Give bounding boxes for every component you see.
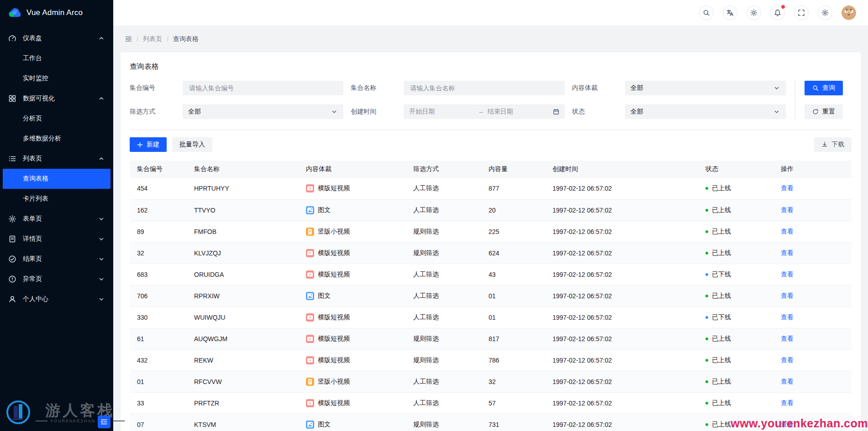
column-header: 操作 <box>773 161 852 178</box>
sidebar-item-detail[interactable]: 详情页 <box>3 229 110 249</box>
view-link[interactable]: 查看 <box>781 184 794 192</box>
breadcrumb-home-icon[interactable] <box>125 36 132 42</box>
image-text-icon <box>306 292 314 300</box>
view-link[interactable]: 查看 <box>781 421 794 428</box>
sidebar-item-result[interactable]: 结果页 <box>3 249 110 269</box>
watermark-logo-icon <box>5 400 31 426</box>
status-select[interactable]: 全部 <box>625 104 786 119</box>
search-icon-button[interactable] <box>699 5 714 20</box>
vertical-video-icon <box>306 378 314 386</box>
table-toolbar: 新建 批量导入 下载 <box>130 137 852 152</box>
view-link[interactable]: 查看 <box>781 292 794 299</box>
view-link[interactable]: 查看 <box>781 313 794 321</box>
status-dot <box>705 380 708 383</box>
sidebar-item-label: 查询表格 <box>23 175 48 183</box>
app-root: Vue Admin Arco 仪表盘工作台实时监控数据可视化分析页多维数据分析列… <box>0 0 868 431</box>
notification-bell-icon-button[interactable] <box>770 5 785 20</box>
column-header: 集合编号 <box>130 161 187 178</box>
status-dot <box>705 359 708 362</box>
table-row: 01RFCVVW竖版小视频人工筛选321997-02-12 06:57:02已上… <box>130 371 852 392</box>
view-link[interactable]: 查看 <box>781 249 794 256</box>
view-link[interactable]: 查看 <box>781 228 794 235</box>
cell-status: 已上线 <box>705 249 773 257</box>
view-link[interactable]: 查看 <box>781 399 794 406</box>
view-link[interactable]: 查看 <box>781 356 794 363</box>
cell-genre: 横版短视频 <box>306 399 406 407</box>
cell-collection-name: HPRTUHYY <box>187 178 299 199</box>
view-link[interactable]: 查看 <box>781 335 794 342</box>
sidebar-item-dashboard[interactable]: 仪表盘 <box>3 28 110 48</box>
divider <box>130 130 852 130</box>
cell-status: 已下线 <box>705 270 773 279</box>
filter-field-status: 状态全部 <box>572 104 786 119</box>
cell-created-time: 1997-02-12 06:57:02 <box>545 199 698 221</box>
created-time-range-picker[interactable]: 开始日期–结束日期 <box>404 104 564 119</box>
view-link[interactable]: 查看 <box>781 378 794 385</box>
search-button[interactable]: 查询 <box>805 81 843 95</box>
download-button[interactable]: 下载 <box>814 137 852 152</box>
cell-collection-name: PRFTZR <box>187 392 299 414</box>
cell-filter-method: 人工筛选 <box>406 371 481 392</box>
cell-created-time: 1997-02-12 06:57:02 <box>545 349 698 371</box>
view-link[interactable]: 查看 <box>781 270 794 278</box>
sidebar-item-label: 数据可视化 <box>23 94 55 103</box>
column-header: 筛选方式 <box>406 161 481 178</box>
table-row: 89FMFOB竖版小视频规则筛选2251997-02-12 06:57:02已上… <box>130 221 852 242</box>
search-table-card: 查询表格 集合编号集合名称内容体裁全部筛选方式全部创建时间开始日期–结束日期状态… <box>121 52 861 431</box>
cell-created-time: 1997-02-12 06:57:02 <box>545 242 698 264</box>
collection-name-input-field[interactable] <box>409 84 559 92</box>
chevron-down-icon <box>99 216 104 222</box>
column-header: 内容量 <box>481 161 545 178</box>
menu-fold-icon <box>100 418 108 426</box>
cell-collection-id: 01 <box>130 371 187 392</box>
cloud-logo-icon <box>8 8 22 18</box>
content-genre-select[interactable]: 全部 <box>625 81 786 95</box>
fullscreen-icon-button[interactable] <box>794 5 809 20</box>
collection-name-input[interactable] <box>404 81 564 95</box>
sidebar-item-analysis[interactable]: 分析页 <box>3 109 110 129</box>
sidebar-item-form[interactable]: 表单页 <box>3 209 110 229</box>
sidebar-item-visualization[interactable]: 数据可视化 <box>3 88 110 109</box>
theme-sun-icon-button[interactable] <box>747 5 761 20</box>
batch-import-button[interactable]: 批量导入 <box>172 137 212 152</box>
settings-gear-icon-button[interactable] <box>818 5 832 20</box>
sidebar-collapse-button[interactable] <box>98 415 110 428</box>
cell-collection-id: 33 <box>130 392 187 414</box>
cell-genre: 图文 <box>306 421 406 429</box>
sidebar-item-card-list[interactable]: 卡片列表 <box>3 189 110 209</box>
sidebar-item-label: 卡片列表 <box>23 195 48 203</box>
sidebar-item-monitor[interactable]: 实时监控 <box>3 68 110 88</box>
user-avatar[interactable] <box>842 5 856 20</box>
cell-content-count: 57 <box>481 392 545 414</box>
reset-button[interactable]: 重置 <box>805 104 843 119</box>
view-link[interactable]: 查看 <box>781 206 794 213</box>
status-dot <box>705 295 708 297</box>
translate-icon-button[interactable] <box>723 5 737 20</box>
user-icon <box>8 295 16 303</box>
collection-id-input[interactable] <box>183 81 343 95</box>
cell-genre: 横版短视频 <box>306 270 406 279</box>
collection-id-input-field[interactable] <box>188 84 338 92</box>
sidebar-item-user-center[interactable]: 个人中心 <box>3 289 110 309</box>
cell-created-time: 1997-02-12 06:57:02 <box>545 221 698 242</box>
app-logo: Vue Admin Arco <box>0 0 113 26</box>
horizontal-video-icon <box>306 356 314 364</box>
filter-label: 状态 <box>572 108 625 116</box>
sidebar-item-workplace[interactable]: 工作台 <box>3 48 110 68</box>
sidebar-item-multi-analysis[interactable]: 多维数据分析 <box>3 129 110 149</box>
breadcrumb-item[interactable]: 列表页 <box>143 35 162 43</box>
sidebar-item-exception[interactable]: 异常页 <box>3 269 110 289</box>
create-button[interactable]: 新建 <box>130 137 167 152</box>
sidebar-item-search-table[interactable]: 查询表格 <box>3 169 110 189</box>
status-dot <box>705 230 708 233</box>
sidebar-item-list[interactable]: 列表页 <box>3 149 110 169</box>
cell-content-count: 43 <box>481 264 545 285</box>
notification-bell-icon <box>774 9 781 16</box>
sidebar-item-label: 表单页 <box>23 215 42 223</box>
cell-collection-id: 683 <box>130 264 187 285</box>
cell-status: 已上线 <box>705 356 773 364</box>
filter-method-select[interactable]: 全部 <box>183 104 343 119</box>
cell-status: 已上线 <box>705 399 773 407</box>
cell-collection-id: 330 <box>130 306 187 328</box>
cell-filter-method: 规则筛选 <box>406 349 481 371</box>
